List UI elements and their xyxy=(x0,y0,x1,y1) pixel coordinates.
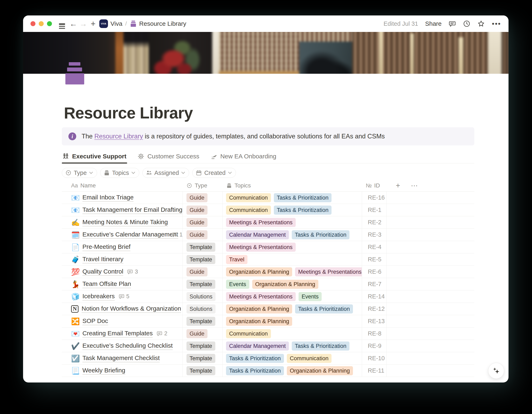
resource-library-link[interactable]: Resource Library xyxy=(94,133,143,140)
filter-assigned[interactable]: Assigned xyxy=(142,168,189,178)
topic-tag: Communication xyxy=(287,354,332,363)
info-icon: i xyxy=(68,132,76,140)
comment-icon xyxy=(127,269,133,275)
workspace-logo[interactable]: VIVA xyxy=(99,19,108,28)
comment-icon xyxy=(172,232,178,238)
new-tab-button[interactable]: + xyxy=(88,19,98,28)
favorite-star-icon[interactable] xyxy=(477,20,485,27)
topics-cell: Calendar ManagementTasks & Prioritizatio… xyxy=(223,229,362,241)
comments-icon[interactable] xyxy=(448,20,456,27)
table-header: Aa Name Type Topics № ID xyxy=(62,180,474,192)
comment-badge[interactable]: 2 xyxy=(156,330,167,337)
topic-tag: Meetings & Presentations xyxy=(226,292,296,301)
traffic-lights xyxy=(30,21,52,26)
notion-ai-button[interactable] xyxy=(488,363,504,379)
comment-badge[interactable]: 3 xyxy=(127,269,138,275)
filter-bar: Type Topics Assigned xyxy=(62,168,474,178)
history-clock-icon[interactable] xyxy=(463,20,470,27)
row-name-link[interactable]: 🔀 SOP Doc xyxy=(71,317,108,325)
topic-tag: Tasks & Prioritization xyxy=(226,354,284,363)
breadcrumb-workspace[interactable]: Viva xyxy=(110,20,122,27)
topics-cell: Meetings & PresentationsEvents xyxy=(223,291,362,302)
page-facing-up-icon: 📄 xyxy=(71,244,79,251)
breadcrumb-separator: / xyxy=(125,20,127,27)
row-name-link[interactable]: 📧 Task Management for Email Drafting xyxy=(71,206,182,214)
type-tag: Solutions xyxy=(186,304,216,313)
type-tag: Template xyxy=(186,255,215,264)
topics-cell: Calendar ManagementTasks & Prioritizatio… xyxy=(223,340,362,352)
hundred-points-icon: 💯 xyxy=(71,268,79,275)
row-name-link[interactable]: ✍️ Meeting Notes & Minute Taking xyxy=(71,218,168,226)
tab-executive-support[interactable]: Executive Support xyxy=(62,152,127,163)
breadcrumb-page[interactable]: Resource Library xyxy=(139,20,186,27)
row-name-link[interactable]: 🗓️ Executive’s Calendar Management xyxy=(71,231,168,239)
column-header-topics[interactable]: Topics xyxy=(223,182,362,189)
topic-tag: Communication xyxy=(226,206,271,215)
topics-cell: Organization & PlanningMeetings & Presen… xyxy=(223,266,362,278)
page-archive-icon[interactable] xyxy=(65,62,85,85)
topic-tag: Organization & Planning xyxy=(226,304,292,313)
topic-tag: Organization & Planning xyxy=(252,280,318,289)
filter-created[interactable]: Created xyxy=(192,168,236,178)
table-row: 🔀 SOP Doc Template Organization & Planni… xyxy=(62,315,474,328)
select-icon xyxy=(186,183,192,188)
type-tag: Template xyxy=(186,317,215,326)
row-id: RE-6 xyxy=(368,268,381,275)
table-row: ✍️ Meeting Notes & Minute Taking Guide M… xyxy=(62,216,474,229)
row-name-link[interactable]: 🧳 Travel Itinerary xyxy=(71,256,124,263)
archive-icon xyxy=(226,183,232,188)
add-column-button[interactable]: + xyxy=(390,181,400,190)
row-name-link[interactable]: ☑️ Task Management Checklist xyxy=(71,355,160,362)
row-name-link[interactable]: 📄 Pre-Meeting Brief xyxy=(71,243,130,251)
row-id: RE-7 xyxy=(368,281,381,288)
table-more-icon[interactable]: ⋯ xyxy=(403,181,418,190)
calendar-icon xyxy=(196,170,202,176)
tab-new-ea-onboarding[interactable]: New EA Onboarding xyxy=(210,152,277,163)
comment-badge[interactable]: 1 xyxy=(172,232,182,238)
row-name-link[interactable]: 💌 Creating Email Templates xyxy=(71,330,153,338)
topic-tag: Meetings & Presentations xyxy=(226,243,296,252)
comment-badge[interactable]: 5 xyxy=(118,293,129,300)
row-name-link[interactable]: 📧 Email Inbox Triage xyxy=(71,194,133,202)
cover-image[interactable] xyxy=(23,32,509,74)
column-header-type[interactable]: Type xyxy=(183,182,223,189)
column-header-id[interactable]: № ID xyxy=(362,182,387,189)
row-name-link[interactable]: 📃 Weekly Briefing xyxy=(71,367,125,375)
minimize-window-button[interactable] xyxy=(39,21,44,26)
row-id: RE-2 xyxy=(368,219,381,226)
type-tag: Guide xyxy=(186,267,208,276)
tab-label: Customer Success xyxy=(147,153,199,160)
row-name-link[interactable]: 💃 Team Offsite Plan xyxy=(71,280,131,288)
ice-cube-icon: 🧊 xyxy=(71,293,79,300)
filter-topics[interactable]: Topics xyxy=(100,168,139,178)
resource-table: Aa Name Type Topics № ID xyxy=(62,180,474,377)
chevron-down-icon xyxy=(228,171,232,175)
row-id: RE-1 xyxy=(368,207,381,213)
tab-customer-success[interactable]: Customer Success xyxy=(137,152,200,163)
column-header-name[interactable]: Aa Name xyxy=(62,182,183,189)
airplane-departure-icon xyxy=(210,153,217,160)
zoom-window-button[interactable] xyxy=(47,21,52,26)
notion-window: ← → + VIVA Viva / Resource Library Edite… xyxy=(23,15,509,383)
type-tag: Guide xyxy=(186,206,208,215)
row-id: RE-13 xyxy=(368,318,385,325)
topics-cell: Tasks & PrioritizationCommunication xyxy=(223,352,362,364)
e-mail-icon: 📧 xyxy=(71,207,79,214)
row-name-link[interactable]: N Notion for Workflows & Organization xyxy=(71,305,181,313)
numero-icon: № xyxy=(366,182,372,189)
row-id: RE-11 xyxy=(368,367,384,374)
chevron-down-icon xyxy=(131,171,135,175)
select-icon xyxy=(65,170,72,176)
row-name-link[interactable]: 💯 Quality Control xyxy=(71,268,123,276)
share-button[interactable]: Share xyxy=(425,20,442,27)
row-name-link[interactable]: 🧊 Icebreakers xyxy=(71,293,115,301)
edited-timestamp: Edited Jul 31 xyxy=(384,20,418,27)
sidebar-menu-icon[interactable] xyxy=(57,19,67,28)
filter-type[interactable]: Type xyxy=(62,168,97,178)
comment-count: 3 xyxy=(135,269,138,275)
back-arrow-icon[interactable]: ← xyxy=(68,20,78,28)
check-mark-icon: ✔️ xyxy=(71,343,79,349)
row-name-link[interactable]: ✔️ Executive’s Scheduling Checklist xyxy=(71,342,173,350)
close-window-button[interactable] xyxy=(30,21,35,26)
archive-page-icon xyxy=(130,20,137,27)
